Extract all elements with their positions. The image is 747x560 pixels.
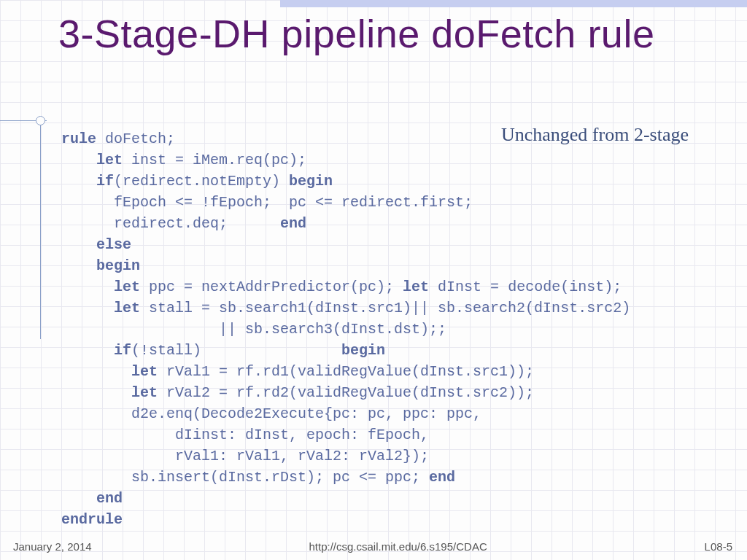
- kw-let: let: [61, 300, 140, 316]
- kw-else: else: [61, 236, 131, 253]
- code-text: doFetch;: [96, 131, 175, 147]
- kw-endrule: endrule: [61, 511, 123, 528]
- footer-url: http://csg.csail.mit.edu/6.s195/CDAC: [309, 540, 487, 553]
- kw-begin: begin: [61, 257, 140, 274]
- slide-footer: January 2, 2014 http://csg.csail.mit.edu…: [0, 540, 747, 553]
- code-text: redirect.deq;: [61, 215, 280, 232]
- code-block: rule doFetch; let inst = iMem.req(pc); i…: [61, 128, 732, 530]
- kw-let: let: [61, 384, 158, 401]
- footer-date: January 2, 2014: [13, 540, 92, 553]
- code-text: fEpoch <= !fEpoch; pc <= redirect.first;: [61, 194, 473, 211]
- code-text: (redirect.notEmpty): [114, 173, 289, 190]
- top-accent-bar: [280, 0, 747, 7]
- kw-begin: begin: [341, 342, 385, 359]
- kw-let: let: [61, 363, 158, 380]
- slide-title: 3-Stage-DH pipeline doFetch rule: [58, 10, 700, 58]
- kw-let: let: [403, 279, 429, 295]
- kw-begin: begin: [289, 173, 333, 190]
- kw-end: end: [61, 490, 123, 507]
- code-text: rVal2 = rf.rd2(validRegValue(dInst.src2)…: [158, 384, 534, 401]
- corner-ornament: [35, 115, 47, 127]
- code-text: dInst = decode(inst);: [429, 279, 622, 295]
- code-text: sb.insert(dInst.rDst); pc <= ppc;: [61, 469, 429, 486]
- kw-if: if: [61, 173, 114, 190]
- code-text: inst = iMem.req(pc);: [123, 152, 306, 168]
- code-text: || sb.search3(dInst.dst);;: [61, 321, 446, 338]
- code-text: stall = sb.search1(dInst.src1)|| sb.sear…: [140, 300, 630, 316]
- code-text: (!stall): [131, 342, 341, 359]
- footer-slide-number: L08-5: [705, 540, 732, 553]
- kw-end: end: [429, 469, 455, 486]
- kw-rule: rule: [61, 131, 96, 147]
- kw-if: if: [61, 342, 131, 359]
- code-text: rVal1: rVal1, rVal2: rVal2});: [61, 448, 429, 464]
- kw-let: let: [61, 279, 140, 295]
- code-text: dIinst: dInst, epoch: fEpoch,: [61, 427, 429, 443]
- code-text: ppc = nextAddrPredictor(pc);: [140, 279, 403, 295]
- code-text: d2e.enq(Decode2Execute{pc: pc, ppc: ppc,: [61, 405, 481, 422]
- kw-end: end: [280, 215, 306, 232]
- code-text: rVal1 = rf.rd1(validRegValue(dInst.src1)…: [158, 363, 534, 380]
- kw-let: let: [61, 152, 123, 168]
